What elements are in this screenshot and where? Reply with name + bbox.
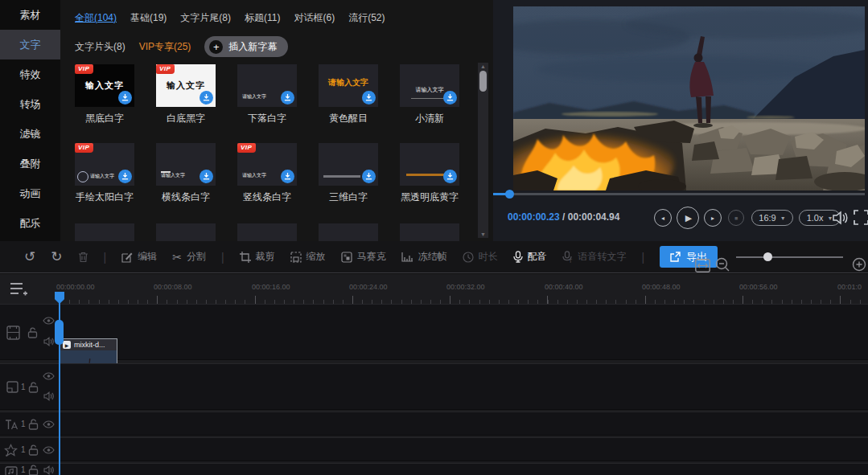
vip-badge: VIP bbox=[237, 143, 256, 153]
toolbar-left: ↺ ↻ | 编辑 ✂分割 | 裁剪 缩放 马赛克 冻结帧 时长 配音 T语音转文… bbox=[24, 241, 718, 272]
track-number: 1 bbox=[21, 465, 26, 474]
sidebar-item-animation[interactable]: 动画 bbox=[0, 178, 60, 208]
template-vertical-line[interactable]: VIP 请输入文字 竖线条白字 bbox=[237, 143, 297, 204]
track-number: 1 bbox=[21, 383, 26, 391]
tab-end-credits[interactable]: 文字片尾(8) bbox=[180, 11, 231, 25]
eye-icon[interactable] bbox=[43, 317, 55, 325]
clip-name: mixkit-d... bbox=[74, 341, 105, 349]
freeze-frame-label: 冻结帧 bbox=[418, 250, 447, 264]
sidebar-item-material[interactable]: 素材 bbox=[0, 0, 60, 30]
template-name: 黑透明底黄字 bbox=[400, 190, 459, 204]
sidebar-item-transitions[interactable]: 转场 bbox=[0, 89, 60, 119]
sidebar-item-effects[interactable]: 特效 bbox=[0, 59, 60, 89]
unlock-icon[interactable] bbox=[28, 465, 39, 475]
track-volume-icon[interactable] bbox=[43, 337, 54, 346]
scrollbar-thumb[interactable] bbox=[479, 71, 487, 92]
sidebar-item-filters[interactable]: 滤镜 bbox=[0, 119, 60, 149]
crop-button[interactable]: 裁剪 bbox=[240, 250, 275, 264]
unlock-icon[interactable] bbox=[27, 327, 38, 338]
split-label: 分割 bbox=[187, 250, 206, 264]
zoom-button[interactable]: 缩放 bbox=[290, 250, 326, 264]
tab-vip-exclusive[interactable]: VIP专享(25) bbox=[139, 40, 191, 54]
freeze-frame-button[interactable]: 冻结帧 bbox=[401, 250, 447, 264]
previous-frame-button[interactable]: ◂ bbox=[654, 209, 672, 227]
current-time: 00:00:00.23 bbox=[508, 211, 560, 223]
unlock-icon[interactable] bbox=[28, 419, 39, 430]
preview-seek-bar[interactable] bbox=[493, 190, 865, 197]
download-icon[interactable] bbox=[362, 91, 376, 104]
eye-icon[interactable] bbox=[43, 372, 55, 380]
template-3d-white-text[interactable]: 三维白字 bbox=[319, 143, 378, 204]
edit-button[interactable]: 编辑 bbox=[121, 250, 157, 264]
tab-basic[interactable]: 基础(19) bbox=[130, 11, 167, 25]
scissors-icon: ✂ bbox=[172, 251, 182, 264]
library-scrollbar[interactable]: ▲ ▼ bbox=[478, 63, 488, 238]
effect-track[interactable]: 1 bbox=[0, 437, 868, 461]
timeline-zoom-slider-handle[interactable] bbox=[763, 252, 772, 261]
stop-button[interactable]: ■ bbox=[728, 210, 744, 226]
add-track-icon[interactable] bbox=[10, 281, 27, 297]
mosaic-button[interactable]: 马赛克 bbox=[341, 250, 386, 264]
sidebar-item-music[interactable]: 配乐 bbox=[0, 208, 60, 238]
template-falling-white-text[interactable]: 请输入文字 下落白字 bbox=[237, 64, 297, 125]
sidebar-item-text[interactable]: 文字 bbox=[0, 30, 60, 59]
video-track[interactable]: ▶ mixkit-d... bbox=[0, 304, 868, 360]
timeline-ruler[interactable] bbox=[60, 296, 868, 304]
scroll-down-icon[interactable]: ▼ bbox=[478, 231, 488, 237]
tab-openers[interactable]: 文字片头(8) bbox=[75, 40, 125, 54]
redo-icon[interactable]: ↻ bbox=[51, 248, 62, 265]
delete-icon[interactable] bbox=[78, 252, 88, 263]
voiceover-button[interactable]: 配音 bbox=[513, 250, 547, 264]
track-volume-icon[interactable] bbox=[43, 465, 54, 475]
export-icon bbox=[670, 252, 681, 262]
preview-video-frame[interactable] bbox=[513, 6, 865, 190]
download-icon[interactable] bbox=[443, 91, 457, 104]
eye-icon[interactable] bbox=[43, 420, 55, 428]
template-black-transparent-yellow[interactable]: 黑透明底黄字 bbox=[400, 143, 459, 204]
next-frame-button[interactable]: ▸ bbox=[704, 209, 722, 227]
download-icon[interactable] bbox=[200, 170, 213, 183]
insert-subtitle-button[interactable]: + 插入新字幕 bbox=[204, 36, 288, 57]
template-white-bg-black-text[interactable]: 输入文字 VIP 白底黑字 bbox=[156, 64, 216, 125]
download-icon[interactable] bbox=[443, 170, 457, 183]
sidebar-item-overlays[interactable]: 叠附 bbox=[0, 149, 60, 178]
aspect-ratio-dropdown[interactable]: 16:9▼ bbox=[751, 210, 793, 226]
duration-button[interactable]: 时长 bbox=[463, 250, 498, 264]
timeline-zoom-slider[interactable] bbox=[736, 256, 843, 258]
pip-track[interactable]: 1 bbox=[0, 363, 868, 410]
download-icon[interactable] bbox=[118, 170, 132, 183]
tab-popular[interactable]: 流行(52) bbox=[348, 11, 385, 25]
seek-handle[interactable] bbox=[505, 190, 514, 199]
seek-track[interactable] bbox=[493, 193, 865, 195]
template-yellow-highlight[interactable]: 请输入文字 黄色醒目 bbox=[319, 64, 378, 125]
template-horizontal-line[interactable]: 请输入文字 横线条白字 bbox=[156, 143, 216, 204]
undo-icon[interactable]: ↺ bbox=[24, 248, 35, 265]
volume-icon[interactable] bbox=[831, 209, 849, 227]
playhead-grip[interactable] bbox=[55, 320, 64, 345]
template-black-bg-white-text[interactable]: 输入文字 VIP 黑底白字 bbox=[75, 64, 134, 125]
tab-titles[interactable]: 标题(11) bbox=[245, 11, 280, 25]
ruler-label: 00:00:16.00 bbox=[252, 283, 290, 291]
download-icon[interactable] bbox=[200, 91, 213, 104]
template-hand-drawn-sun[interactable]: VIP 请输入文字 手绘太阳白字 bbox=[75, 143, 134, 204]
unlock-icon[interactable] bbox=[28, 444, 39, 456]
download-icon[interactable] bbox=[118, 91, 132, 104]
unlock-icon[interactable] bbox=[28, 382, 39, 393]
tab-dialog[interactable]: 对话框(6) bbox=[294, 11, 335, 25]
ruler-label: 00:00:40.00 bbox=[545, 283, 583, 291]
template-thumbnail: VIP 请输入文字 bbox=[75, 143, 134, 186]
play-button[interactable]: ▶ bbox=[677, 207, 699, 229]
download-icon[interactable] bbox=[281, 91, 294, 104]
scroll-up-icon[interactable]: ▲ bbox=[478, 63, 488, 69]
fullscreen-icon[interactable] bbox=[853, 209, 868, 226]
template-fresh-style[interactable]: 请输入文字 小清新 bbox=[400, 64, 459, 125]
split-button[interactable]: ✂分割 bbox=[172, 250, 206, 264]
text-track[interactable]: 1 bbox=[0, 412, 868, 436]
eye-icon[interactable] bbox=[43, 446, 55, 454]
download-icon[interactable] bbox=[362, 170, 376, 183]
download-icon[interactable] bbox=[281, 170, 294, 183]
track-volume-icon[interactable] bbox=[43, 391, 54, 401]
tab-all[interactable]: 全部(104) bbox=[75, 11, 117, 25]
music-track[interactable]: 1 bbox=[0, 463, 868, 475]
speech-to-text-button[interactable]: T语音转文字 bbox=[562, 250, 627, 264]
